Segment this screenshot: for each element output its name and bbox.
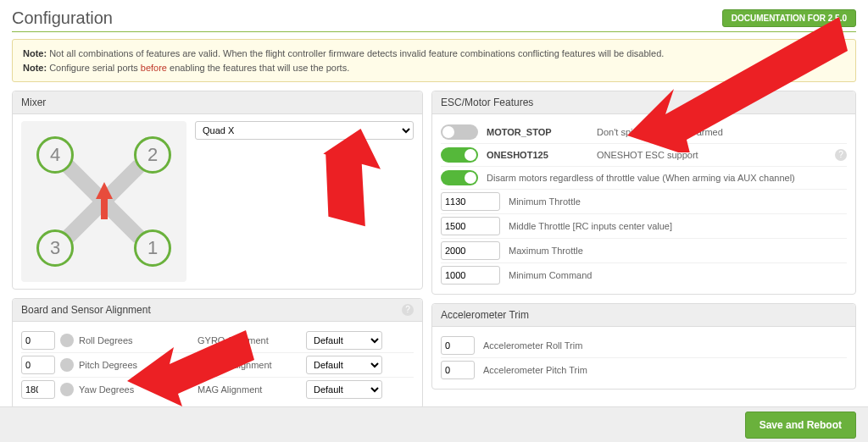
page-header: Configuration DOCUMENTATION FOR 2.5.0 [12,8,856,32]
alignment-panel: Board and Sensor Alignment ? Roll Degree… [12,298,423,409]
min-command-row: Minimum Command [441,263,847,287]
accel-align-label: ACCEL Alignment [198,360,299,370]
min-command-input[interactable] [441,266,500,285]
forward-arrow-icon [96,182,113,199]
mixer-title: Mixer [21,97,46,108]
motor-2-icon: 2 [134,136,171,174]
disarm-toggle[interactable] [441,170,478,185]
note-prefix: Note: [23,63,47,73]
mixer-diagram: 1 2 3 4 [21,121,186,282]
alignment-panel-head: Board and Sensor Alignment ? [13,299,422,322]
motor-stop-name: MOTOR_STOP [487,127,588,137]
note-prefix: Note: [23,48,47,58]
gyro-alignment-select[interactable]: Default [306,331,382,350]
accel-roll-trim-row: Accelerometer Roll Trim [441,334,847,358]
accel-trim-title: Accelerometer Trim [441,309,529,321]
motor-4-icon: 4 [36,136,74,174]
yaw-degrees-input[interactable] [21,380,55,399]
documentation-button[interactable]: DOCUMENTATION FOR 2.5.0 [722,9,856,27]
alignment-body: Roll Degrees GYRO Alignment Default Pitc… [13,322,422,408]
oneshot125-toggle[interactable] [441,147,478,163]
disarm-row: Disarm motors regardless of throttle val… [441,167,847,190]
mag-align-label: MAG Alignment [198,384,299,395]
alignment-title: Board and Sensor Alignment [21,304,151,316]
motor-1-icon: 1 [134,229,171,267]
mixer-select-wrap: Quad X [195,121,414,282]
mid-throttle-row: Middle Throttle [RC inputs center value] [441,214,847,239]
save-and-reboot-button[interactable]: Save and Reboot [745,412,856,439]
esc-panel: ESC/Motor Features MOTOR_STOP Don't spin… [431,91,856,295]
accel-trim-body: Accelerometer Roll Trim Accelerometer Pi… [432,327,855,389]
motor-stop-row: MOTOR_STOP Don't spin motors when armed [441,121,847,144]
accel-pitch-trim-label: Accelerometer Pitch Trim [483,365,587,375]
oneshot125-desc: ONESHOT ESC support [597,150,826,160]
mixer-body: 1 2 3 4 Quad X [13,114,422,289]
esc-body: MOTOR_STOP Don't spin motors when armed … [432,114,855,294]
align-row-yaw: Yaw Degrees MAG Alignment Default [21,378,414,401]
max-throttle-input[interactable] [441,241,500,260]
max-throttle-label: Maximum Throttle [509,246,583,256]
oneshot125-row: ONESHOT125 ONESHOT ESC support ? [441,144,847,167]
oneshot125-name: ONESHOT125 [487,150,588,160]
roll-degrees-input[interactable] [21,331,55,350]
note-text-1: Not all combinations of features are val… [49,48,664,58]
left-column: Mixer 1 2 3 4 Quad X [12,91,423,409]
mid-throttle-input[interactable] [441,217,500,235]
notes-box: Note: Not all combinations of features a… [12,39,856,82]
note-text-2a: Configure serial ports [49,63,141,73]
accel-pitch-trim-input[interactable] [441,361,475,379]
yaw-axis-icon [60,383,74,396]
roll-label: Roll Degrees [79,335,133,345]
max-throttle-row: Maximum Throttle [441,239,847,263]
right-column: ESC/Motor Features MOTOR_STOP Don't spin… [431,91,856,409]
accel-trim-panel: Accelerometer Trim Accelerometer Roll Tr… [431,303,856,390]
pitch-label: Pitch Degrees [79,360,137,370]
accel-pitch-trim-row: Accelerometer Pitch Trim [441,358,847,382]
min-throttle-row: Minimum Throttle [441,190,847,214]
mixer-panel: Mixer 1 2 3 4 Quad X [12,91,423,290]
accel-roll-trim-label: Accelerometer Roll Trim [483,340,582,351]
roll-axis-icon [60,334,74,347]
pitch-degrees-input[interactable] [21,356,55,374]
disarm-desc: Disarm motors regardless of throttle val… [487,173,847,183]
accel-roll-trim-input[interactable] [441,336,475,355]
main-two-column: Mixer 1 2 3 4 Quad X [12,91,856,409]
align-row-pitch: Pitch Degrees ACCEL Alignment Default [21,353,414,378]
esc-title: ESC/Motor Features [441,97,533,108]
pitch-axis-icon [60,358,74,372]
motor-stop-desc: Don't spin motors when armed [597,127,847,137]
help-icon[interactable]: ? [835,149,847,161]
min-throttle-input[interactable] [441,192,500,211]
mag-alignment-select[interactable]: Default [306,380,382,399]
min-command-label: Minimum Command [509,270,592,280]
gyro-align-label: GYRO Alignment [198,335,299,345]
accel-alignment-select[interactable]: Default [306,356,382,374]
accel-trim-head: Accelerometer Trim [432,304,855,327]
footer-bar: Save and Reboot [0,406,868,442]
motor-stop-toggle[interactable] [441,124,478,140]
page-title: Configuration [12,8,113,28]
mid-throttle-label: Middle Throttle [RC inputs center value] [509,221,672,231]
esc-panel-head: ESC/Motor Features [432,91,855,114]
note-before-word: before [141,63,167,73]
min-throttle-label: Minimum Throttle [509,196,581,207]
align-row-roll: Roll Degrees GYRO Alignment Default [21,329,414,353]
note-text-2b: enabling the features that will use the … [167,63,349,73]
motor-3-icon: 3 [36,229,74,267]
mixer-panel-head: Mixer [13,91,422,114]
yaw-label: Yaw Degrees [79,384,134,395]
help-icon[interactable]: ? [402,304,414,316]
page: Configuration DOCUMENTATION FOR 2.5.0 No… [0,0,868,409]
mixer-type-select[interactable]: Quad X [195,121,414,140]
